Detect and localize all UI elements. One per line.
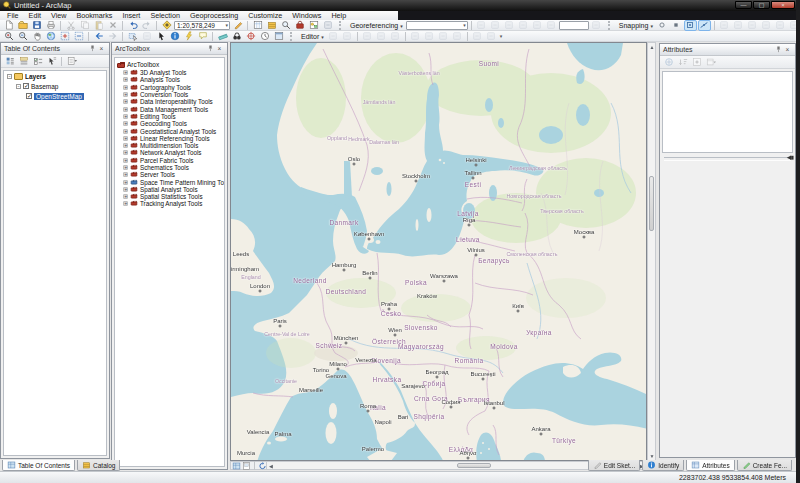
attributes-window-icon[interactable]	[471, 31, 484, 42]
toolbox-item[interactable]: +3D Analyst Tools	[123, 69, 224, 76]
attributes-tree-area[interactable]	[662, 71, 793, 153]
georeferencing-layer-combo[interactable]: ▾	[406, 21, 468, 30]
attr-navigate-icon[interactable]	[662, 57, 675, 68]
point-snap-icon[interactable]	[656, 20, 669, 31]
expand-icon[interactable]: +	[123, 180, 127, 184]
split-tool-icon[interactable]	[437, 31, 450, 42]
toc-options-icon[interactable]	[65, 56, 78, 67]
expand-icon[interactable]: +	[123, 71, 127, 75]
clear-selection-icon[interactable]	[140, 31, 153, 42]
tab-catalog[interactable]: Catalog	[77, 460, 120, 471]
collapse-icon[interactable]: -	[16, 84, 21, 89]
toolbox-item[interactable]: +Schematics Tools	[123, 164, 224, 171]
list-drawing-order-icon[interactable]	[3, 56, 16, 67]
select-elements-icon[interactable]	[154, 31, 167, 42]
geo-apply-icon[interactable]	[590, 20, 603, 31]
edit-sketch-tab-icon[interactable]	[593, 461, 602, 470]
map-vertical-scrollbar[interactable]: ▲ ▼	[647, 42, 656, 461]
rotate-tool-icon[interactable]	[451, 31, 464, 42]
toolbox-item[interactable]: +Cartography Tools	[123, 84, 224, 91]
expand-icon[interactable]: +	[123, 151, 127, 155]
map-view[interactable]: EnglandOpplandHedmarkDalarnas länJämtlan…	[230, 42, 647, 461]
open-folder-icon[interactable]	[16, 20, 29, 31]
python-window-icon[interactable]	[321, 20, 334, 31]
trace-tool-icon[interactable]	[389, 31, 402, 42]
expand-icon[interactable]: +	[123, 165, 127, 169]
attributes-tab-icon[interactable]	[691, 461, 700, 470]
expand-icon[interactable]: +	[123, 100, 127, 104]
expand-icon[interactable]: +	[123, 136, 127, 140]
expand-icon[interactable]: +	[123, 78, 127, 82]
identify-tab-icon[interactable]	[647, 461, 656, 470]
pin-icon[interactable]	[206, 44, 215, 53]
geo-link-table-icon[interactable]	[531, 20, 544, 31]
toolbox-item[interactable]: +Geocoding Tools	[123, 120, 224, 127]
edge-snap-icon[interactable]	[698, 20, 711, 31]
sketch-properties-icon[interactable]	[485, 31, 498, 42]
snapping-menu[interactable]: Snapping▾	[616, 22, 655, 29]
pan-hand-icon[interactable]	[30, 31, 43, 42]
search-window-icon[interactable]	[279, 20, 292, 31]
scroll-left-icon[interactable]: ◀	[267, 462, 275, 470]
toolbox-item[interactable]: +Conversion Tools	[123, 91, 224, 98]
undo-icon[interactable]	[126, 20, 139, 31]
toc-basemap-node[interactable]: - ✓ Basemap	[4, 81, 106, 91]
save-icon[interactable]	[30, 20, 43, 31]
minimize-button[interactable]: —	[735, 1, 752, 9]
cut-icon[interactable]	[64, 20, 77, 31]
expand-icon[interactable]: +	[123, 143, 127, 147]
edit-annotation-icon[interactable]	[341, 31, 354, 42]
basemap-checkbox[interactable]: ✓	[23, 83, 29, 89]
topo-edit-4-icon[interactable]	[760, 20, 773, 31]
attr-layout-menu-icon[interactable]	[704, 57, 717, 68]
collapse-icon[interactable]: -	[7, 74, 12, 79]
zoom-in-icon[interactable]	[2, 31, 15, 42]
toolbar-overflow-icon[interactable]: ▾	[500, 33, 503, 39]
list-visibility-icon[interactable]	[31, 56, 44, 67]
topo-edit-1-icon[interactable]	[718, 20, 731, 31]
toolbox-item[interactable]: +Data Management Tools	[123, 105, 224, 112]
vertex-snap-icon[interactable]	[684, 20, 697, 31]
model-window-icon[interactable]	[307, 20, 320, 31]
menu-windows[interactable]: Windows	[287, 11, 326, 20]
select-features-icon[interactable]	[126, 31, 139, 42]
expand-icon[interactable]: +	[123, 114, 127, 118]
geo-shift-icon[interactable]	[489, 20, 502, 31]
endpoint-arc-icon[interactable]	[375, 31, 388, 42]
tab-identify[interactable]: Identify	[642, 460, 684, 471]
toolbox-item[interactable]: +Spatial Statistics Tools	[123, 193, 224, 200]
toolbar-grip[interactable]	[608, 21, 612, 30]
toc-tab-icon[interactable]	[7, 461, 16, 470]
vertical-scroll-thumb[interactable]	[649, 176, 654, 231]
hyperlink-bolt-icon[interactable]	[182, 31, 195, 42]
pin-icon[interactable]	[88, 44, 97, 53]
expand-icon[interactable]: +	[123, 122, 127, 126]
toolbox-item[interactable]: +Tracking Analyst Tools	[123, 200, 224, 207]
new-document-icon[interactable]	[2, 20, 15, 31]
edit-tool-icon[interactable]	[327, 31, 340, 42]
toolbar-grip[interactable]	[290, 32, 294, 41]
toolbox-item[interactable]: +Multidimension Tools	[123, 142, 224, 149]
georeferencing-cell-input[interactable]	[559, 21, 589, 30]
expand-icon[interactable]: +	[123, 187, 127, 191]
delete-x-icon[interactable]	[106, 20, 119, 31]
toc-layers-node[interactable]: - Layers	[4, 71, 106, 81]
menu-geoprocessing[interactable]: Geoprocessing	[185, 11, 243, 20]
map-scale-combo[interactable]: 1:20,578,249▾	[174, 21, 230, 30]
paste-icon[interactable]	[92, 20, 105, 31]
toc-openstreetmap-node[interactable]: ✓ OpenStreetMap	[4, 91, 106, 101]
toolbar-grip[interactable]	[339, 21, 343, 30]
toolbox-item[interactable]: +Linear Referencing Tools	[123, 135, 224, 142]
straight-segment-icon[interactable]	[361, 31, 374, 42]
attr-expand-icon[interactable]	[690, 57, 703, 68]
georeferencing-menu[interactable]: Georeferencing▾	[347, 22, 405, 29]
end-snap-icon[interactable]	[670, 20, 683, 31]
toolbox-item[interactable]: +Server Tools	[123, 171, 224, 178]
html-popup-icon[interactable]	[196, 31, 209, 42]
create-features-tab-icon[interactable]	[742, 461, 751, 470]
editor-menu[interactable]: Editor▾	[298, 33, 326, 40]
expand-icon[interactable]: +	[123, 202, 127, 206]
identify-icon[interactable]	[168, 31, 181, 42]
fixed-zoom-in-icon[interactable]	[58, 31, 71, 42]
menu-customize[interactable]: Customize	[243, 11, 287, 20]
